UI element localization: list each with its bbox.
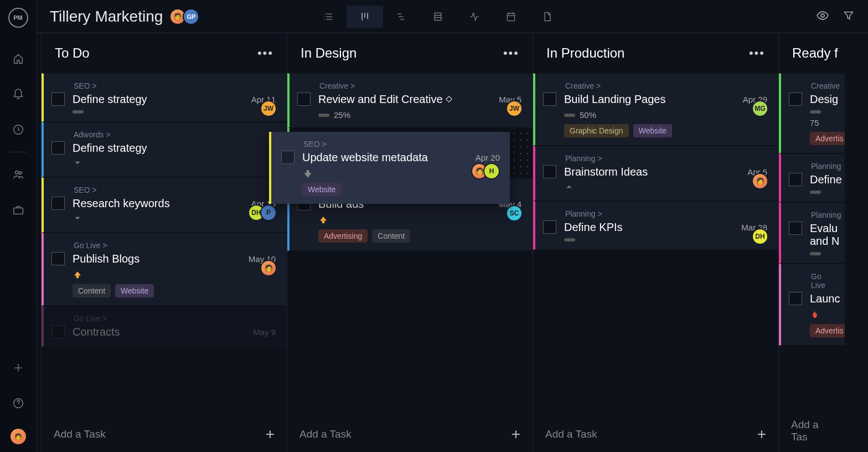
card-category[interactable]: Go Live > <box>51 314 276 323</box>
avatar[interactable]: GP <box>183 8 199 25</box>
progress-bar <box>564 114 575 117</box>
home-icon[interactable] <box>7 48 29 70</box>
tag[interactable]: Website <box>302 183 341 196</box>
task-card[interactable]: Go Live >ContractsMay 9 <box>42 306 287 347</box>
tag[interactable]: Content <box>372 229 410 243</box>
recent-icon[interactable] <box>7 119 29 141</box>
task-card[interactable]: Creative >Build Landing PagesApr 2950%Gr… <box>533 73 778 146</box>
avatar[interactable]: 🧑 <box>752 173 768 189</box>
add-task-button[interactable]: Add a Task+ <box>287 417 533 452</box>
card-category[interactable]: Planning > <box>543 209 767 218</box>
card-category[interactable]: Creative > <box>543 81 767 90</box>
column-menu-icon[interactable]: ••• <box>503 46 519 60</box>
chevron-up-icon[interactable] <box>564 183 574 193</box>
header-avatars[interactable]: 🧑 GP <box>173 8 199 25</box>
up-orange-priority-icon <box>318 215 328 225</box>
tag[interactable]: Graphic Design <box>564 124 629 137</box>
tag[interactable]: Content <box>73 284 111 297</box>
avatar[interactable]: MG <box>752 100 768 117</box>
card-category[interactable]: Adwords > <box>51 130 276 139</box>
view-activity-icon[interactable] <box>456 6 493 28</box>
card-date: Apr 20 <box>476 153 500 162</box>
dragging-task-card[interactable]: SEO >Update website metadataApr 20Websit… <box>269 132 510 204</box>
task-checkbox[interactable] <box>281 151 294 164</box>
avatar[interactable]: 🧑 <box>260 260 277 276</box>
task-checkbox[interactable] <box>789 292 802 305</box>
notifications-icon[interactable] <box>7 83 29 105</box>
task-card[interactable]: Creative >Review and Edit CreativeMay 52… <box>287 73 533 128</box>
project-title: Tillery Marketing <box>50 8 163 25</box>
card-category[interactable]: Creative > <box>297 81 521 90</box>
task-card[interactable]: CreativeDesig75Advertis <box>779 73 845 153</box>
view-sheet-icon[interactable] <box>420 6 456 28</box>
task-checkbox[interactable] <box>51 93 65 106</box>
progress-bar <box>318 114 329 117</box>
task-card[interactable]: SEO >Research keywordsApr 13DHP <box>42 177 287 233</box>
task-card[interactable]: Go Live >Publish BlogsMay 10ContentWebsi… <box>42 233 287 306</box>
avatar[interactable]: DH <box>752 228 768 245</box>
portfolio-icon[interactable] <box>7 199 29 221</box>
card-title: Define <box>810 173 842 186</box>
avatar[interactable]: H <box>483 163 500 179</box>
app-logo[interactable]: PM <box>8 8 28 28</box>
card-title: Define strategy <box>73 142 276 155</box>
task-checkbox[interactable] <box>789 173 802 186</box>
task-checkbox[interactable] <box>789 222 802 235</box>
task-checkbox[interactable] <box>543 220 556 234</box>
task-card[interactable]: SEO >Define strategyApr 11JW <box>42 73 287 122</box>
card-category[interactable]: SEO > <box>51 81 276 90</box>
user-avatar[interactable]: 🧑 <box>11 429 26 444</box>
card-category[interactable]: Creative <box>789 81 834 90</box>
add-task-button[interactable]: Add a Task+ <box>533 417 778 452</box>
tag[interactable]: Website <box>633 124 672 137</box>
add-task-label: Add a Task <box>545 428 597 440</box>
task-card[interactable]: Go LiveLauncAdvertis <box>779 264 845 346</box>
task-checkbox[interactable] <box>51 197 65 210</box>
view-list-icon[interactable] <box>310 6 347 28</box>
avatar[interactable]: JW <box>506 100 523 117</box>
avatar[interactable]: JW <box>260 100 277 117</box>
add-icon[interactable] <box>7 357 29 379</box>
task-card[interactable]: Adwords >Define strategy <box>42 122 287 177</box>
filter-icon[interactable] <box>843 9 855 24</box>
task-checkbox[interactable] <box>543 165 556 178</box>
help-icon[interactable] <box>7 392 29 414</box>
view-gantt-icon[interactable] <box>383 6 420 28</box>
task-checkbox[interactable] <box>543 93 556 106</box>
task-card[interactable]: Planning >Define KPIsMar 28DH <box>533 201 778 250</box>
visibility-icon[interactable] <box>816 9 829 24</box>
column-menu-icon[interactable]: ••• <box>257 46 273 60</box>
column-menu-icon[interactable]: ••• <box>749 46 765 60</box>
add-task-button[interactable]: Add a Task+ <box>42 417 287 452</box>
column-title: Ready f <box>792 45 838 61</box>
view-files-icon[interactable] <box>529 6 566 28</box>
chevron-down-icon[interactable] <box>73 214 82 224</box>
card-category[interactable]: Go Live > <box>51 241 276 250</box>
task-checkbox[interactable] <box>297 93 311 106</box>
progress-bar <box>810 252 821 255</box>
tag[interactable]: Advertis <box>810 324 845 337</box>
task-checkbox[interactable] <box>51 252 65 265</box>
task-checkbox[interactable] <box>51 325 65 338</box>
tag[interactable]: Advertis <box>810 132 845 145</box>
tag[interactable]: Website <box>115 284 154 297</box>
task-card[interactable]: PlanningDefine <box>779 153 845 202</box>
card-category[interactable]: SEO > <box>51 186 276 194</box>
avatar[interactable]: P <box>260 204 277 221</box>
task-checkbox[interactable] <box>51 141 65 155</box>
card-category[interactable]: Planning <box>789 210 834 219</box>
task-card[interactable]: PlanningEvaluand N <box>779 202 845 264</box>
task-checkbox[interactable] <box>789 93 802 106</box>
card-category[interactable]: Planning <box>789 162 834 171</box>
card-category[interactable]: Planning > <box>543 154 767 163</box>
avatar[interactable]: SC <box>506 205 523 222</box>
task-card[interactable]: Planning >Brainstorm IdeasApr 5🧑 <box>533 146 778 201</box>
tag[interactable]: Advertising <box>318 229 368 243</box>
view-calendar-icon[interactable] <box>493 6 529 28</box>
add-task-button[interactable]: Add a Tas <box>779 410 845 452</box>
chevron-down-icon[interactable] <box>73 159 82 169</box>
card-category[interactable]: Go Live <box>789 272 834 290</box>
team-icon[interactable] <box>7 163 29 186</box>
view-board-icon[interactable] <box>347 6 383 28</box>
card-title: Define strategy <box>73 93 246 106</box>
